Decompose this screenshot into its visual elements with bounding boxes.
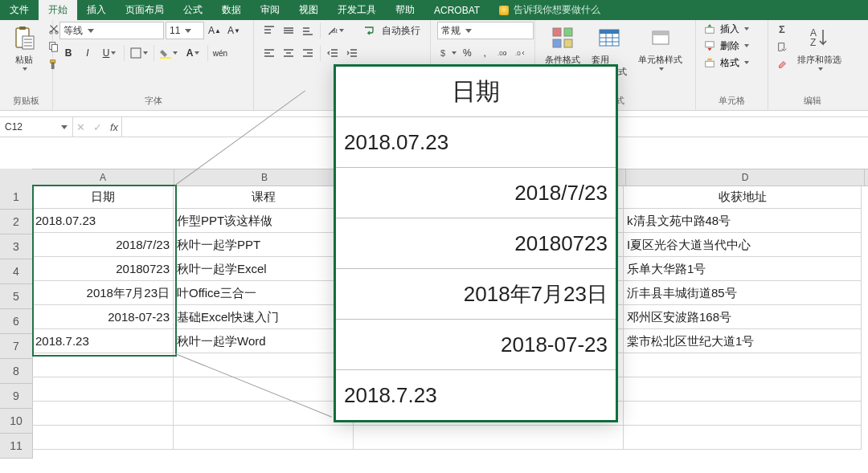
align-center-button[interactable] bbox=[280, 44, 297, 62]
underline-button[interactable]: U bbox=[98, 44, 121, 62]
row-header[interactable]: 10 bbox=[0, 409, 32, 434]
col-header-a[interactable]: A bbox=[32, 169, 174, 186]
cell[interactable]: 作型PPT该这样做 bbox=[174, 209, 354, 233]
font-color-button[interactable]: A bbox=[182, 44, 204, 62]
cell[interactable]: 秋叶一起学Excel bbox=[174, 257, 354, 281]
font-family-combo[interactable]: 等线 bbox=[59, 22, 164, 39]
tab-formulas[interactable]: 公式 bbox=[174, 0, 212, 20]
row-header[interactable]: 6 bbox=[0, 309, 32, 334]
row-header[interactable]: 11 bbox=[0, 434, 32, 459]
align-left-button[interactable] bbox=[260, 44, 278, 62]
cell[interactable] bbox=[32, 426, 174, 450]
cell[interactable] bbox=[624, 377, 862, 402]
currency-button[interactable]: $ bbox=[437, 44, 457, 62]
fill-color-button[interactable] bbox=[158, 44, 180, 62]
delete-cells-button[interactable]: 删除 bbox=[702, 39, 761, 53]
sort-filter-button[interactable]: AZ 排序和筛选 bbox=[794, 22, 845, 72]
cell-styles-button[interactable]: 单元格样式 bbox=[635, 22, 686, 72]
fill-icon[interactable] bbox=[775, 39, 789, 54]
autosum-icon[interactable]: Σ bbox=[775, 22, 789, 36]
percent-button[interactable]: % bbox=[459, 44, 475, 62]
tab-devtools[interactable]: 开发工具 bbox=[328, 0, 386, 20]
tab-acrobat[interactable]: ACROBAT bbox=[424, 0, 489, 20]
increase-font-button[interactable]: A▲ bbox=[206, 22, 223, 39]
cell[interactable]: 2018年7月23日 bbox=[32, 281, 174, 305]
cell[interactable]: 收获地址 bbox=[624, 185, 862, 209]
cell[interactable]: I夏区光谷大道当代中心 bbox=[624, 233, 862, 257]
orientation-button[interactable]: ab bbox=[324, 22, 346, 39]
align-right-button[interactable] bbox=[299, 44, 317, 62]
align-middle-button[interactable] bbox=[280, 22, 297, 39]
decrease-font-button[interactable]: A▼ bbox=[225, 22, 243, 39]
cell[interactable] bbox=[174, 426, 354, 450]
cell[interactable]: 秋叶一起学PPT bbox=[174, 233, 354, 257]
cell[interactable]: 棠市松北区世纪大道1号 bbox=[624, 329, 862, 353]
row-header[interactable]: 7 bbox=[0, 334, 32, 359]
fx-icon[interactable]: fx bbox=[110, 121, 118, 133]
font-size-combo[interactable]: 11 bbox=[166, 22, 204, 39]
row-header[interactable]: 8 bbox=[0, 359, 32, 384]
row-header[interactable]: 4 bbox=[0, 259, 32, 284]
clear-icon[interactable] bbox=[775, 57, 789, 71]
col-header-d[interactable]: D bbox=[626, 169, 865, 186]
cell[interactable] bbox=[32, 402, 174, 426]
cell[interactable] bbox=[624, 402, 862, 426]
paste-button[interactable]: 粘贴 bbox=[6, 22, 42, 72]
bold-button[interactable]: B bbox=[59, 44, 77, 62]
row-header[interactable]: 1 bbox=[0, 185, 32, 210]
cell[interactable] bbox=[624, 353, 862, 377]
cell[interactable] bbox=[174, 353, 354, 377]
select-all-corner[interactable] bbox=[0, 169, 33, 186]
cell[interactable] bbox=[32, 377, 174, 402]
tab-help[interactable]: 帮助 bbox=[386, 0, 424, 20]
decrease-decimal-button[interactable]: .0 bbox=[512, 44, 528, 62]
cell[interactable]: 课程 bbox=[174, 185, 354, 209]
cell[interactable]: 乐单大华路1号 bbox=[624, 257, 862, 281]
increase-decimal-button[interactable]: .00 bbox=[494, 44, 510, 62]
cell[interactable]: 2018-07-23 bbox=[32, 305, 174, 329]
italic-button[interactable]: I bbox=[79, 44, 96, 62]
wrap-text-label[interactable]: 自动换行 bbox=[382, 24, 420, 38]
cell[interactable]: 叶Office三合一 bbox=[174, 281, 354, 305]
col-header-b[interactable]: B bbox=[174, 169, 355, 186]
tab-page-layout[interactable]: 页面布局 bbox=[116, 0, 174, 20]
decrease-indent-button[interactable] bbox=[324, 44, 342, 62]
row-header[interactable]: 5 bbox=[0, 284, 32, 309]
phonetic-button[interactable]: wén bbox=[211, 44, 229, 62]
tab-review[interactable]: 审阅 bbox=[251, 0, 289, 20]
tab-view[interactable]: 视图 bbox=[289, 0, 328, 20]
border-button[interactable] bbox=[128, 44, 150, 62]
tab-home[interactable]: 开始 bbox=[39, 0, 77, 20]
cell[interactable]: 秋叶一起学Word bbox=[174, 329, 354, 353]
number-format-combo[interactable]: 常规 bbox=[437, 22, 534, 39]
cell[interactable]: 20180723 bbox=[32, 257, 174, 281]
cell[interactable]: k清县文苑中路48号 bbox=[624, 209, 862, 233]
cell[interactable]: 沂丰县丰城街道85号 bbox=[624, 281, 862, 305]
align-top-button[interactable] bbox=[260, 22, 278, 39]
insert-cells-button[interactable]: 插入 bbox=[702, 22, 761, 36]
row-header[interactable]: 9 bbox=[0, 384, 32, 409]
cell[interactable] bbox=[174, 402, 354, 426]
cell[interactable] bbox=[354, 426, 624, 450]
align-bottom-button[interactable] bbox=[299, 22, 317, 39]
cell[interactable]: 基础Excel快速入门 bbox=[174, 305, 354, 329]
cell[interactable]: 邓州区安波路168号 bbox=[624, 305, 862, 329]
tab-file[interactable]: 文件 bbox=[0, 0, 39, 20]
cell[interactable]: 2018.7.23 bbox=[32, 329, 174, 353]
name-box[interactable]: C12 bbox=[0, 117, 73, 137]
tab-insert[interactable]: 插入 bbox=[77, 0, 116, 20]
increase-indent-button[interactable] bbox=[343, 44, 361, 62]
cell[interactable]: 2018/7/23 bbox=[32, 233, 174, 257]
cell[interactable]: 日期 bbox=[32, 185, 174, 209]
row-header[interactable]: 2 bbox=[0, 210, 32, 234]
cell[interactable] bbox=[32, 353, 174, 377]
cell[interactable] bbox=[624, 426, 862, 450]
enter-icon[interactable]: ✓ bbox=[93, 121, 102, 133]
format-cells-button[interactable]: 格式 bbox=[702, 55, 761, 70]
comma-button[interactable]: , bbox=[477, 44, 493, 62]
tab-data[interactable]: 数据 bbox=[212, 0, 251, 20]
cell[interactable]: 2018.07.23 bbox=[32, 209, 174, 233]
tab-tell-me[interactable]: 告诉我你想要做什么 bbox=[489, 0, 610, 20]
row-header[interactable]: 3 bbox=[0, 234, 32, 259]
cancel-icon[interactable]: ✕ bbox=[76, 121, 85, 133]
